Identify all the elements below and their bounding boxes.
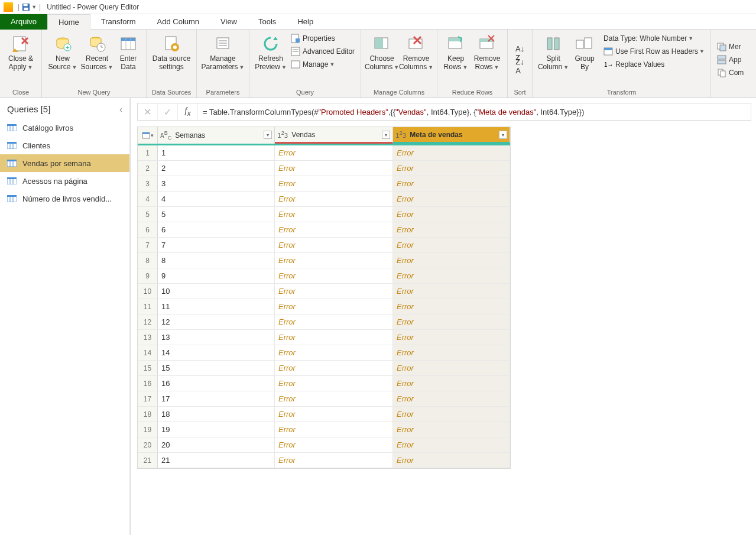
cell-semanas[interactable]: 16 — [158, 376, 275, 391]
cell-semanas[interactable]: 13 — [158, 330, 275, 345]
enter-data-button[interactable]: EnterData — [114, 32, 142, 74]
cell-vendas[interactable]: Error — [275, 192, 393, 206]
cancel-formula-button[interactable]: ✕ — [138, 103, 158, 120]
cell-meta[interactable]: Error — [393, 284, 510, 299]
cell-vendas[interactable]: Error — [275, 145, 393, 160]
table-row[interactable]: 1717ErrorError — [138, 391, 510, 407]
cell-meta[interactable]: Error — [393, 453, 510, 468]
cell-vendas[interactable]: Error — [275, 176, 393, 191]
cell-vendas[interactable]: Error — [275, 345, 393, 360]
data-type-button[interactable]: Data Type: Whole Number▼ — [601, 32, 707, 45]
tab-view[interactable]: View — [210, 14, 248, 30]
table-row[interactable]: 88ErrorError — [138, 253, 510, 268]
advanced-editor-button[interactable]: Advanced Editor — [288, 45, 357, 58]
column-dropdown[interactable]: ▾ — [499, 131, 507, 139]
cell-semanas[interactable]: 20 — [158, 437, 275, 452]
cell-vendas[interactable]: Error — [275, 207, 393, 222]
cell-meta[interactable]: Error — [393, 176, 510, 191]
cell-semanas[interactable]: 15 — [158, 361, 275, 375]
recent-sources-button[interactable]: RecentSources▼ — [80, 32, 114, 74]
cell-semanas[interactable]: 19 — [158, 422, 275, 437]
cell-meta[interactable]: Error — [393, 207, 510, 222]
table-row[interactable]: 1919ErrorError — [138, 422, 510, 437]
cell-meta[interactable]: Error — [393, 192, 510, 206]
cell-meta[interactable]: Error — [393, 376, 510, 391]
cell-meta[interactable]: Error — [393, 361, 510, 375]
cell-vendas[interactable]: Error — [275, 330, 393, 345]
split-column-button[interactable]: SplitColumn▼ — [536, 32, 570, 74]
cell-vendas[interactable]: Error — [275, 314, 393, 329]
tab-transform[interactable]: Transform — [90, 14, 147, 30]
use-first-row-headers-button[interactable]: Use First Row as Headers▼ — [601, 45, 707, 58]
tab-file[interactable]: Arquivo — [0, 14, 47, 30]
cell-meta[interactable]: Error — [393, 391, 510, 406]
cell-meta[interactable]: Error — [393, 253, 510, 268]
column-dropdown[interactable]: ▾ — [264, 131, 272, 139]
cell-semanas[interactable]: 5 — [158, 207, 275, 222]
cell-vendas[interactable]: Error — [275, 437, 393, 452]
cell-meta[interactable]: Error — [393, 161, 510, 176]
query-item[interactable]: Catálogo livros — [0, 119, 129, 137]
choose-columns-button[interactable]: ChooseColumns▼ — [365, 32, 399, 74]
query-item[interactable]: Clientes — [0, 137, 129, 154]
table-row[interactable]: 1818ErrorError — [138, 407, 510, 422]
table-row[interactable]: 22ErrorError — [138, 161, 510, 176]
qat-dropdown[interactable]: ▼ — [31, 4, 37, 10]
cell-semanas[interactable]: 7 — [158, 238, 275, 252]
cell-semanas[interactable]: 18 — [158, 407, 275, 421]
cell-meta[interactable]: Error — [393, 314, 510, 329]
table-row[interactable]: 33ErrorError — [138, 176, 510, 192]
table-row[interactable]: 44ErrorError — [138, 192, 510, 207]
table-row[interactable]: 1010ErrorError — [138, 284, 510, 299]
refresh-preview-button[interactable]: RefreshPreview▼ — [253, 32, 288, 74]
cell-vendas[interactable]: Error — [275, 361, 393, 375]
cell-meta[interactable]: Error — [393, 407, 510, 421]
select-all-button[interactable]: ▾ — [138, 127, 158, 144]
remove-rows-button[interactable]: RemoveRows▼ — [471, 32, 504, 74]
cell-meta[interactable]: Error — [393, 238, 510, 252]
save-icon[interactable] — [22, 3, 30, 11]
merge-queries-button[interactable]: Mer — [715, 40, 744, 53]
properties-button[interactable]: Properties — [288, 32, 357, 45]
column-header-vendas[interactable]: 123 Vendas ▾ — [275, 127, 393, 144]
table-row[interactable]: 77ErrorError — [138, 238, 510, 253]
cell-vendas[interactable]: Error — [275, 253, 393, 268]
replace-values-button[interactable]: 1→2Replace Values — [601, 58, 707, 71]
table-row[interactable]: 99ErrorError — [138, 268, 510, 284]
cell-vendas[interactable]: Error — [275, 299, 393, 314]
cell-vendas[interactable]: Error — [275, 407, 393, 421]
group-by-button[interactable]: GroupBy — [570, 32, 599, 74]
sort-desc-button[interactable]: Z↓A — [514, 60, 525, 73]
cell-vendas[interactable]: Error — [275, 161, 393, 176]
query-item[interactable]: Acessos na página — [0, 172, 129, 190]
cell-semanas[interactable]: 6 — [158, 222, 275, 237]
keep-rows-button[interactable]: KeepRows▼ — [441, 32, 471, 74]
tab-home[interactable]: Home — [47, 14, 90, 30]
fx-button[interactable]: fx — [178, 103, 198, 120]
table-row[interactable]: 1515ErrorError — [138, 361, 510, 376]
table-row[interactable]: 1414ErrorError — [138, 345, 510, 361]
cell-meta[interactable]: Error — [393, 268, 510, 283]
table-row[interactable]: 1616ErrorError — [138, 376, 510, 391]
cell-semanas[interactable]: 14 — [158, 345, 275, 360]
cell-semanas[interactable]: 11 — [158, 299, 275, 314]
combine-files-button[interactable]: Com — [715, 66, 746, 79]
table-row[interactable]: 1111ErrorError — [138, 299, 510, 314]
collapse-pane-icon[interactable]: ‹ — [119, 104, 122, 114]
cell-semanas[interactable]: 10 — [158, 284, 275, 299]
cell-vendas[interactable]: Error — [275, 238, 393, 252]
tab-tools[interactable]: Tools — [248, 14, 287, 30]
query-item[interactable]: Vendas por semana — [0, 154, 129, 172]
cell-meta[interactable]: Error — [393, 222, 510, 237]
cell-meta[interactable]: Error — [393, 299, 510, 314]
cell-vendas[interactable]: Error — [275, 376, 393, 391]
manage-button[interactable]: Manage▼ — [288, 58, 357, 71]
formula-input[interactable]: = Table.TransformColumnTypes(#"Promoted … — [198, 108, 751, 116]
cell-meta[interactable]: Error — [393, 145, 510, 160]
table-row[interactable]: 11ErrorError — [138, 145, 510, 161]
cell-semanas[interactable]: 4 — [158, 192, 275, 206]
accept-formula-button[interactable]: ✓ — [158, 103, 178, 120]
cell-semanas[interactable]: 12 — [158, 314, 275, 329]
cell-semanas[interactable]: 21 — [158, 453, 275, 468]
cell-meta[interactable]: Error — [393, 437, 510, 452]
